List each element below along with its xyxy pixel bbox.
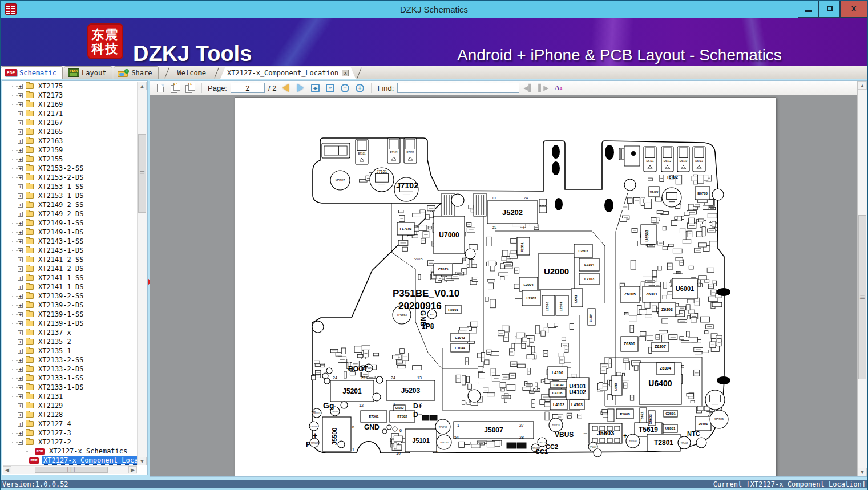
tree-hscroll-thumb[interactable]: |||: [35, 467, 108, 473]
expander-icon[interactable]: +: [18, 193, 23, 199]
tree-item[interactable]: +XT2127-3: [3, 428, 137, 438]
expander-icon[interactable]: +: [18, 339, 23, 345]
tree-item[interactable]: +XT2149-2-SS: [3, 200, 137, 209]
single-page-button[interactable]: [155, 83, 166, 93]
close-button[interactable]: X: [840, 1, 867, 18]
find-input[interactable]: [397, 83, 519, 93]
doc-tab-close-icon[interactable]: x: [342, 70, 349, 76]
tab-schematic[interactable]: PDF Schematic: [1, 66, 63, 79]
tree-item[interactable]: −XT2127-2: [3, 438, 137, 447]
tree-item[interactable]: PDFXT2127-x_Schematics: [3, 447, 137, 456]
tree-item[interactable]: +XT2143-1-SS: [3, 237, 137, 246]
tree-item[interactable]: +XT2163: [3, 136, 137, 145]
expander-icon[interactable]: +: [18, 303, 23, 308]
tree-item[interactable]: +XT2139-2-DS: [3, 301, 137, 310]
tree-item[interactable]: +XT2153-1-SS: [3, 182, 137, 191]
tree-item[interactable]: +XT2169: [3, 100, 137, 109]
minimize-button[interactable]: [798, 1, 819, 18]
tree-item[interactable]: +XT2155: [3, 155, 137, 164]
expander-icon[interactable]: +: [18, 102, 23, 107]
expander-icon[interactable]: +: [18, 431, 23, 436]
tree-item[interactable]: +XT2167: [3, 118, 137, 127]
expander-icon[interactable]: +: [18, 120, 23, 125]
tree-item[interactable]: +XT2137-x: [3, 328, 137, 337]
zoom-in-button[interactable]: +: [354, 83, 365, 93]
tree-item[interactable]: +XT2139-1-SS: [3, 310, 137, 319]
tree-item[interactable]: +XT2133-2-DS: [3, 365, 137, 374]
scroll-left-icon[interactable]: ◀: [3, 466, 11, 473]
tree-item[interactable]: +XT2139-1-DS: [3, 319, 137, 328]
font-size-button[interactable]: Aa: [552, 83, 564, 93]
tree-item[interactable]: +XT2149-1-DS: [3, 228, 137, 237]
next-page-button[interactable]: [294, 83, 306, 93]
tree-item[interactable]: +XT2141-2-DS: [3, 264, 137, 273]
expander-icon[interactable]: +: [18, 276, 23, 281]
expander-icon[interactable]: +: [18, 330, 23, 335]
tree-item[interactable]: PDFXT2127-x_Component_Location: [3, 456, 137, 465]
expander-icon[interactable]: +: [18, 376, 23, 381]
expander-icon[interactable]: +: [18, 294, 23, 299]
scroll-right-icon[interactable]: ▶: [128, 466, 137, 473]
tree-item[interactable]: +XT2139-2-SS: [3, 291, 137, 301]
tab-layout[interactable]: PADS Layout: [64, 66, 112, 79]
fit-width-button[interactable]: ◂▸: [309, 83, 321, 93]
rotate-right-button[interactable]: ↷: [184, 83, 196, 93]
expander-icon[interactable]: +: [18, 230, 23, 235]
expander-icon[interactable]: +: [18, 266, 23, 272]
expander-icon[interactable]: +: [18, 93, 23, 98]
tree-item[interactable]: +XT2133-1-SS: [3, 374, 137, 383]
tree-vertical-scrollbar[interactable]: ▲ ≡ ▼: [137, 82, 147, 465]
expander-icon[interactable]: +: [18, 403, 23, 408]
fit-page-button[interactable]: ⁘: [324, 83, 336, 93]
tree-item[interactable]: +XT2149-2-DS: [3, 209, 137, 218]
zoom-out-button[interactable]: −: [339, 83, 350, 93]
tree-item[interactable]: +XT2173: [3, 91, 137, 100]
tab-share[interactable]: + Share: [114, 66, 158, 79]
expander-icon[interactable]: +: [18, 312, 23, 317]
expander-icon[interactable]: +: [18, 394, 23, 399]
tree-item[interactable]: +XT2165: [3, 127, 137, 136]
expander-icon[interactable]: +: [18, 111, 23, 116]
tree-item[interactable]: +XT2171: [3, 109, 137, 118]
tree-item[interactable]: +XT2141-1-DS: [3, 282, 137, 291]
expander-icon[interactable]: +: [18, 321, 23, 326]
expander-icon[interactable]: +: [18, 221, 23, 226]
expander-icon[interactable]: +: [18, 148, 23, 153]
expander-icon[interactable]: +: [18, 367, 23, 372]
tree-item[interactable]: +XT2143-1-DS: [3, 246, 137, 255]
expander-icon[interactable]: +: [18, 358, 23, 363]
expander-icon[interactable]: +: [18, 175, 23, 180]
expander-icon[interactable]: +: [18, 157, 23, 162]
tree-item[interactable]: +XT2131: [3, 392, 137, 401]
expander-icon[interactable]: +: [18, 184, 23, 189]
expander-icon[interactable]: +: [18, 84, 23, 89]
doc-tab-component-location[interactable]: XT2127-x_Component_Location x: [220, 67, 356, 79]
rotate-left-button[interactable]: ↶: [169, 83, 181, 93]
scroll-down-icon[interactable]: ▼: [858, 468, 867, 476]
tree-item[interactable]: +XT2135-2: [3, 337, 137, 346]
tree-item[interactable]: +XT2133-1-DS: [3, 383, 137, 392]
tree-item[interactable]: +XT2127-4: [3, 419, 137, 428]
document-canvas[interactable]: E7101E7103E7102D6711D6712D6710D6713J5202…: [150, 95, 857, 476]
scroll-up-icon[interactable]: ▲: [858, 81, 867, 90]
scroll-down-icon[interactable]: ▼: [138, 457, 147, 465]
tree-item[interactable]: +XT2135-1: [3, 346, 137, 355]
expander-icon[interactable]: +: [18, 285, 23, 290]
tree-item[interactable]: +XT2129: [3, 401, 137, 410]
doc-scroll-thumb[interactable]: ≡: [858, 215, 866, 379]
tree-item[interactable]: +XT2175: [3, 82, 137, 91]
doc-vertical-scrollbar[interactable]: ▲ ≡ ▼: [857, 81, 867, 476]
tree-item[interactable]: +XT2141-2-SS: [3, 255, 137, 264]
tree-item[interactable]: +XT2153-2-SS: [3, 164, 137, 173]
scroll-up-icon[interactable]: ▲: [138, 82, 147, 90]
expander-icon[interactable]: +: [18, 412, 23, 418]
doc-tab-welcome[interactable]: Welcome: [171, 67, 213, 79]
find-next-icon[interactable]: ▌▶: [538, 83, 549, 93]
tree-item[interactable]: +XT2153-1-DS: [3, 191, 137, 200]
tree-item[interactable]: +XT2159: [3, 145, 137, 155]
previous-page-button[interactable]: [280, 83, 291, 93]
expander-icon[interactable]: −: [18, 440, 23, 445]
expander-icon[interactable]: +: [18, 422, 23, 427]
tree-horizontal-scrollbar[interactable]: ◀ ||| ▶: [3, 465, 137, 474]
maximize-button[interactable]: [819, 1, 840, 18]
